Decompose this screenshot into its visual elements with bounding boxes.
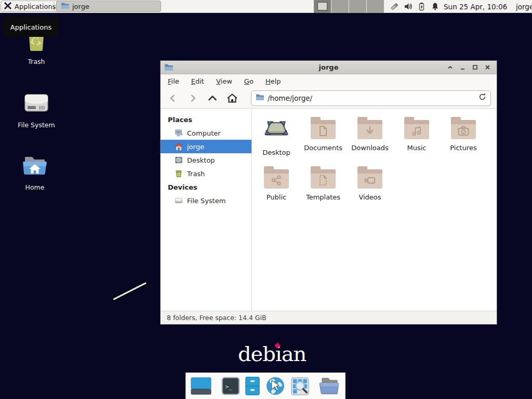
desktop-icon-label: Home: [25, 183, 45, 191]
file-manager-window: jorge File Edit View Go Help /home/jorge…: [160, 60, 497, 325]
file-label: Videos: [358, 193, 381, 201]
file-manager-icon[interactable]: [245, 376, 260, 396]
menu-go[interactable]: Go: [244, 76, 254, 87]
show-desktop-icon[interactable]: [190, 376, 212, 396]
desktop-icon-home[interactable]: Home: [9, 153, 61, 191]
sidebar-item-label: File System: [187, 197, 225, 205]
top-panel: Applications jorge Sun 25 Apr, 10:06 jor…: [0, 0, 532, 13]
volume-icon[interactable]: [404, 2, 413, 11]
application-finder-icon[interactable]: [290, 377, 310, 396]
close-button[interactable]: [482, 62, 493, 73]
file-label: Public: [267, 193, 286, 201]
menu-edit[interactable]: Edit: [191, 76, 204, 87]
forward-button[interactable]: [185, 91, 200, 105]
file-item-pictures[interactable]: Pictures: [440, 110, 487, 159]
panel-separator-handle[interactable]: [52, 3, 55, 10]
system-tray: [390, 0, 440, 13]
file-item-downloads[interactable]: Downloads: [347, 110, 393, 159]
minimize-button[interactable]: [457, 62, 468, 73]
menu-view[interactable]: View: [216, 76, 232, 87]
hard-drive-icon: [23, 90, 49, 117]
files-pane[interactable]: Desktop Documents Downloads: [252, 109, 497, 311]
home-button[interactable]: [225, 91, 240, 105]
desktop-icon-label: File System: [18, 121, 55, 129]
up-button[interactable]: [205, 91, 220, 105]
battery-icon[interactable]: [417, 2, 426, 11]
pen-tray-icon[interactable]: [390, 2, 399, 11]
home-folder-icon: [22, 153, 48, 180]
menu-bar: File Edit View Go Help: [161, 74, 497, 88]
tool-bar: /home/jorge/: [161, 88, 497, 109]
window-folder-icon: [164, 63, 173, 71]
web-browser-icon[interactable]: [265, 376, 286, 396]
applications-tooltip: Applications: [3, 17, 59, 37]
file-label: Downloads: [351, 144, 388, 152]
desktop-icon-label: Trash: [28, 58, 45, 65]
devices-header: Devices: [161, 180, 251, 194]
file-label: Music: [407, 144, 427, 152]
drive-icon: [174, 196, 183, 205]
panel-clock[interactable]: Sun 25 Apr, 10:06: [444, 0, 507, 13]
path-folder-icon: [256, 93, 264, 103]
files-grid: Desktop Documents Downloads: [253, 110, 497, 208]
workspace-1[interactable]: [314, 0, 331, 13]
folder-icon-public: [264, 169, 289, 189]
sidebar-item-trash[interactable]: Trash: [161, 167, 251, 180]
computer-icon: [174, 129, 183, 138]
sidebar-item-computer[interactable]: Computer: [161, 126, 251, 140]
sidebar-item-label: Computer: [187, 129, 221, 137]
location-path-text[interactable]: /home/jorge/: [268, 94, 475, 102]
file-item-videos[interactable]: Videos: [347, 159, 393, 208]
directory-menu-icon[interactable]: [319, 376, 341, 396]
sidebar-item-label: Desktop: [187, 156, 215, 164]
terminal-prompt-text: >_: [225, 383, 233, 390]
applications-menu-label: Applications: [15, 3, 56, 10]
file-item-public[interactable]: Public: [253, 159, 300, 208]
workspace-3[interactable]: [349, 0, 367, 13]
folder-icon-music: [404, 120, 429, 139]
taskbar-window-button[interactable]: jorge: [56, 1, 161, 12]
folder-icon: [61, 2, 69, 11]
debian-text-i: i: [275, 342, 282, 366]
terminal-icon[interactable]: >_: [221, 377, 240, 395]
taskbar-window-label: jorge: [72, 3, 89, 10]
window-body: Places Computer jorge Desktop: [161, 109, 497, 311]
sidebar-item-filesystem[interactable]: File System: [161, 194, 251, 207]
notifications-bell-icon[interactable]: [431, 2, 440, 11]
sidebar-item-label: Trash: [187, 170, 205, 178]
tooltip-label: Applications: [10, 23, 51, 31]
maximize-button[interactable]: [470, 62, 480, 73]
places-header: Places: [161, 113, 251, 126]
desktop-icon: [174, 156, 183, 165]
xfce-applications-icon: [4, 2, 12, 11]
window-controls: [445, 62, 493, 73]
file-item-music[interactable]: Music: [393, 110, 440, 159]
wallpaper-streak-line: [113, 282, 147, 300]
folder-icon-videos: [357, 169, 382, 189]
menu-help[interactable]: Help: [265, 76, 281, 87]
sidebar-item-desktop[interactable]: Desktop: [161, 153, 251, 167]
shade-button[interactable]: [445, 62, 455, 73]
workspace-pager[interactable]: [314, 0, 384, 13]
file-item-documents[interactable]: Documents: [300, 110, 347, 159]
workspace-4[interactable]: [367, 0, 384, 13]
file-item-desktop[interactable]: Desktop: [253, 110, 300, 159]
status-bar: 8 folders, Free space: 14.4 GiB: [161, 311, 497, 324]
workspace-2[interactable]: [331, 0, 349, 13]
sidebar-item-label: jorge: [187, 143, 204, 151]
side-pane: Places Computer jorge Desktop: [161, 109, 252, 311]
reload-icon[interactable]: [478, 93, 486, 103]
panel-username[interactable]: jorge: [516, 0, 532, 13]
location-bar[interactable]: /home/jorge/: [251, 90, 491, 106]
desktop-icon-filesystem[interactable]: File System: [10, 90, 62, 129]
debian-wordmark: debian: [238, 342, 306, 366]
file-label: Documents: [304, 144, 342, 152]
title-bar[interactable]: jorge: [161, 61, 497, 74]
file-item-templates[interactable]: Templates: [300, 159, 347, 208]
applications-menu-button[interactable]: Applications: [1, 1, 60, 12]
folder-icon-templates: [311, 169, 336, 189]
folder-icon-pictures: [451, 120, 476, 139]
menu-file[interactable]: File: [168, 76, 179, 87]
sidebar-item-home[interactable]: jorge: [161, 140, 251, 153]
back-button[interactable]: [166, 91, 180, 105]
